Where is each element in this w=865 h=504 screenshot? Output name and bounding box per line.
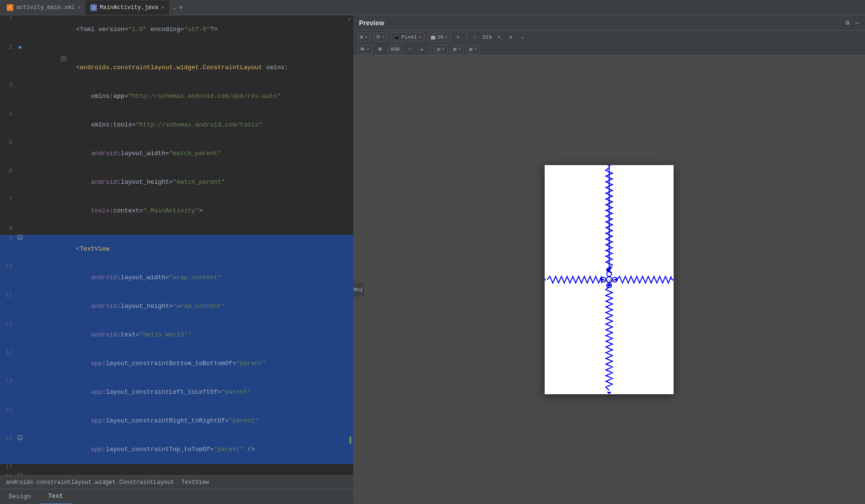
code-line-18: 18 ▴ </androidx.constraintlayout.widget.…: [0, 473, 353, 475]
tab-activity-main-xml[interactable]: X activity_main.xml ✕: [2, 0, 85, 15]
phone-frame: Ho Wor: [545, 165, 674, 394]
bottom-tab-design[interactable]: Design: [0, 489, 40, 504]
tab-overflow[interactable]: ⌄ 4: [173, 4, 182, 10]
code-line-14: 14 app:layout_constraintLeft_toLeftOf="p…: [0, 378, 353, 407]
tab-main-activity-java[interactable]: J MainActivity.java ✕: [85, 0, 169, 15]
code-line-15: 15 app:layout_constraintRight_toRightOf=…: [0, 407, 353, 435]
phone-icon: 📱: [393, 34, 400, 40]
code-line-11: 11 android:layout_height="wrap_content": [0, 292, 353, 321]
line-num-11: 11: [2, 292, 16, 299]
code-content-15: app:layout_constraintRight_toRightOf="pa…: [24, 407, 351, 435]
palette-tab[interactable]: Palette: [353, 283, 364, 296]
api-dropdown[interactable]: 🤖 29 ▾: [427, 33, 451, 42]
api-icon: 🤖: [430, 34, 436, 40]
preview-canvas: Palette: [353, 55, 865, 504]
align-icon: ⊟: [437, 46, 441, 52]
fold-icon-9[interactable]: ▾: [18, 235, 22, 240]
arrow-top-up: [607, 165, 612, 166]
code-line-13: 13 app:layout_constraintBottom_toBottomO…: [0, 349, 353, 378]
toolbar-sep-2: [430, 45, 431, 53]
code-content-17: [24, 464, 351, 473]
device-chevron: ▾: [419, 34, 422, 40]
code-line-16: 16 ▴ app:layout_constraintTop_toTopOf="p…: [0, 435, 353, 464]
zoom-plus-btn[interactable]: +: [495, 33, 504, 41]
line-num-6: 6: [2, 168, 16, 175]
code-content-16: app:layout_constraintTop_toTopOf="parent…: [24, 435, 351, 464]
refresh-btn[interactable]: ↺: [506, 33, 516, 41]
device-label: Pixel: [401, 34, 417, 40]
breadcrumb-root[interactable]: androidx.constraintlayout.widget.Constra…: [6, 479, 174, 486]
preview-toolbar-row1: ⊞ ▾ ⟳ ▾ 📱 Pixel ▾ 🤖 29 ▾ »: [353, 31, 865, 43]
arrow-left: [545, 278, 546, 281]
dp-dropdown[interactable]: 8dp: [388, 45, 403, 53]
hello-world-text: Ho Wor: [603, 279, 615, 282]
zigzag-bottom: [606, 287, 612, 390]
halign-dropdown[interactable]: ⊞ ▾: [451, 45, 464, 54]
line-ind-16: ▴: [16, 435, 24, 440]
zigzag-right: [617, 276, 671, 283]
code-line-12: 12 android:text="Hello World!": [0, 321, 353, 349]
line-num-14: 14: [2, 378, 16, 385]
code-content-7: tools:context=".MainActivity">: [24, 197, 351, 225]
curve-btn[interactable]: ⌒: [406, 45, 415, 53]
minimize-icon[interactable]: —: [855, 19, 859, 27]
valign-chevron: ▾: [474, 46, 477, 52]
line-num-2: 2: [2, 44, 16, 51]
gear-icon[interactable]: ⚙: [845, 19, 849, 27]
java-file-icon: J: [90, 4, 97, 11]
breadcrumb-bar: androidx.constraintlayout.widget.Constra…: [0, 475, 353, 489]
eye-icon: 👁: [360, 46, 365, 52]
layers-chevron: ▾: [365, 34, 368, 40]
tab-java-close[interactable]: ✕: [161, 4, 164, 10]
code-content-18: </androidx.constraintlayout.widget.Const…: [24, 473, 351, 475]
code-line-1: 1 <?xml version="1.0" encoding="utf-8"?>…: [0, 15, 353, 44]
code-content-12: android:text="Hello World!": [24, 321, 351, 349]
align-dropdown[interactable]: ⊟ ▾: [434, 45, 448, 54]
line-num-12: 12: [2, 321, 16, 327]
line-num-3: 3: [2, 82, 16, 89]
line-num-13: 13: [2, 349, 16, 356]
fold-icon-2[interactable]: ▾: [61, 56, 66, 61]
tab-bar: X activity_main.xml ✕ J MainActivity.jav…: [0, 0, 865, 15]
code-content-9: <TextView: [24, 235, 351, 263]
header-icons: ⚙ —: [845, 19, 859, 27]
zoom-minus-btn[interactable]: −: [471, 33, 480, 41]
zigzag-left: [547, 276, 601, 283]
bottom-tabs: Design Text: [0, 489, 353, 504]
tab-xml-close[interactable]: ✕: [77, 4, 81, 10]
code-line-3: 3 xmlns:app="http://schemas.android.com/…: [0, 82, 353, 111]
magic-btn[interactable]: ✦: [417, 45, 426, 53]
code-line-5: 5 android:layout_width="match_parent": [0, 139, 353, 168]
overflow-btn[interactable]: »: [454, 33, 463, 41]
code-content-4: xmlns:tools="http://schemas.android.com/…: [24, 111, 351, 139]
xml-file-icon: X: [7, 4, 13, 11]
eye-chevron: ▾: [367, 46, 369, 52]
valign-dropdown[interactable]: ⊠ ▾: [466, 45, 480, 54]
halign-icon: ⊞: [454, 46, 457, 52]
line-num-15: 15: [2, 407, 16, 413]
fold-icon-16[interactable]: ▴: [18, 435, 22, 440]
bottom-tab-text[interactable]: Text: [40, 489, 72, 504]
warning-btn[interactable]: ⚠: [518, 33, 527, 41]
magnet-btn[interactable]: ⊕: [375, 44, 385, 54]
code-line-4: 4 xmlns:tools="http://schemas.android.co…: [0, 111, 353, 139]
curve-icon: ⌒: [409, 46, 412, 52]
line-num-5: 5: [2, 139, 16, 146]
green-bar: [349, 436, 351, 444]
code-content-14: app:layout_constraintLeft_toLeftOf="pare…: [24, 378, 351, 407]
code-line-9: 9 ▾ <TextView: [0, 235, 353, 263]
toolbar-sep-1: [466, 33, 467, 42]
eye-dropdown[interactable]: 👁 ▾: [357, 45, 372, 54]
code-editor[interactable]: 1 <?xml version="1.0" encoding="utf-8"?>…: [0, 15, 353, 475]
breadcrumb-child[interactable]: TextView: [181, 479, 209, 486]
code-content-13: app:layout_constraintBottom_toBottomOf="…: [24, 349, 351, 378]
main-layout: 1 <?xml version="1.0" encoding="utf-8"?>…: [0, 15, 865, 504]
line-num-1: 1: [2, 15, 16, 22]
valign-icon: ⊠: [469, 46, 473, 52]
device-dropdown[interactable]: 📱 Pixel ▾: [390, 32, 424, 42]
fold-icon-18[interactable]: ▴: [18, 473, 22, 475]
checkmark-1: ✓: [348, 15, 351, 23]
rotate-dropdown[interactable]: ⟳ ▾: [373, 32, 388, 42]
layers-dropdown[interactable]: ⊞ ▾: [357, 32, 370, 42]
api-label: 29: [437, 34, 443, 40]
